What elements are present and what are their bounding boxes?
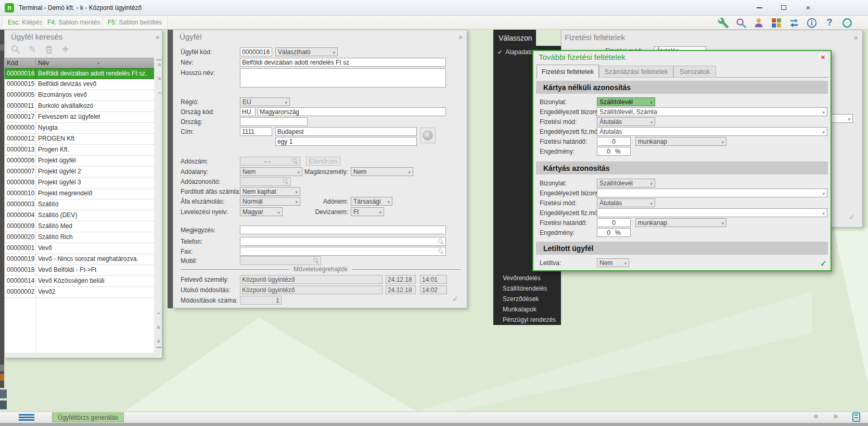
next-record-icon[interactable]: › — [155, 309, 163, 317]
close-icon[interactable] — [818, 52, 828, 61]
long-name-textarea[interactable] — [240, 68, 446, 87]
document-dropdown[interactable]: Szállítólevél — [597, 97, 655, 106]
table-row[interactable]: 00000009Szállító Med — [5, 221, 154, 232]
maximize-button[interactable] — [774, 0, 794, 15]
tab-series[interactable]: Sorozatok — [673, 66, 716, 78]
map-globe-button[interactable] — [420, 128, 436, 143]
menu-item[interactable]: Pénzügyi rendezés — [493, 315, 561, 325]
table-row[interactable]: 00000005Bizományos vevő — [5, 90, 154, 101]
tab-billing-terms[interactable]: Számlázási feltételek — [599, 66, 673, 78]
user-icon[interactable] — [752, 17, 765, 29]
allowed-modes-dropdown[interactable] — [597, 208, 827, 217]
table-row[interactable]: 00000015Belföldi devizás vevő — [5, 79, 154, 90]
panel-drag-handle[interactable] — [168, 30, 173, 308]
region-dropdown[interactable]: EU — [240, 97, 290, 106]
menu-item[interactable]: Vevőrendelés — [493, 273, 561, 283]
double-chevron-left-icon[interactable]: « — [813, 411, 818, 421]
name-input[interactable]: Belföldi devizában adott rendelés Ft sz — [240, 58, 446, 67]
reverse-vat-dropdown[interactable]: Nem kaphat — [240, 187, 300, 196]
deadline-input[interactable]: 0 — [597, 218, 631, 227]
close-icon[interactable] — [852, 33, 860, 42]
document-list-icon[interactable] — [852, 412, 860, 422]
close-icon[interactable] — [154, 33, 162, 41]
tax-type-dropdown[interactable]: Társasági — [351, 197, 392, 206]
deadline-unit-dropdown[interactable]: munkanap — [635, 218, 726, 227]
country-input[interactable] — [240, 117, 308, 126]
discount-input[interactable]: 0% — [597, 147, 631, 156]
tax-id-input[interactable] — [240, 177, 291, 186]
discount-input[interactable]: 0% — [597, 228, 631, 237]
generate-customer-base-button[interactable]: Ügyféltörzs generálás — [52, 412, 124, 422]
table-row[interactable]: 00000004Szállító (DEV) — [5, 210, 154, 221]
transfer-arrows-icon[interactable] — [788, 17, 800, 29]
table-row[interactable]: 00000013Progen Kft. — [5, 145, 154, 156]
allowed-documents-dropdown[interactable] — [597, 189, 827, 197]
menu-item[interactable]: Szerződések — [493, 294, 561, 304]
vat-account-dropdown[interactable]: Normál — [240, 197, 300, 206]
delete-icon[interactable] — [43, 44, 55, 55]
apps-grid-icon[interactable] — [770, 17, 783, 29]
tab-payment-terms[interactable]: Fizetési feltételek — [537, 65, 599, 78]
menu-item[interactable]: Munkalapok — [493, 304, 561, 315]
table-row[interactable]: 00000001Vevő — [5, 243, 154, 254]
table-row[interactable]: 00000002Vevő2 — [5, 287, 154, 298]
table-row[interactable]: 00000012PROGEN Kft — [5, 134, 154, 145]
search-icon[interactable] — [10, 44, 21, 55]
table-row[interactable]: 00000019Vevő - Nincs sorozat meghatározv… — [5, 254, 154, 265]
deadline-unit-dropdown[interactable]: munkanap — [635, 137, 726, 146]
mail-language-dropdown[interactable]: Magyar — [240, 207, 283, 216]
mobile-input[interactable] — [240, 256, 321, 265]
table-row[interactable]: 00000008Projekt ügyfél 3 — [5, 178, 154, 189]
confirm-icon[interactable] — [452, 295, 458, 303]
table-row[interactable]: 00000020Szállító Rich — [5, 232, 154, 243]
help-icon[interactable]: ? — [823, 17, 836, 29]
fax-input[interactable] — [240, 247, 446, 256]
shortcut-load-template[interactable]: F5:Sablon betöltés — [102, 16, 168, 29]
table-header[interactable]: Kód Név — [5, 58, 154, 68]
menu-icon[interactable] — [19, 414, 34, 421]
table-row[interactable]: 00000018Vevő Belföldi - Ft->Ft — [5, 265, 154, 276]
shortcut-save-template[interactable]: F4:Sablon mentés — [42, 16, 106, 29]
table-row[interactable]: 00000016Belföldi devizában adott rendelé… — [5, 68, 154, 79]
info-icon[interactable] — [806, 17, 818, 29]
close-icon[interactable] — [456, 33, 465, 41]
edit-icon[interactable]: ✎ — [27, 44, 38, 55]
column-header-name[interactable]: Név — [36, 58, 154, 68]
wrench-icon[interactable] — [717, 17, 730, 29]
close-button[interactable]: × — [798, 0, 818, 15]
country-name-input[interactable]: Magyarország — [258, 107, 446, 116]
add-icon[interactable]: + — [60, 44, 71, 55]
menu-item[interactable]: Szállítórendelés — [493, 283, 561, 294]
nav-menu-header[interactable]: Válasszon — [493, 30, 536, 46]
table-row[interactable]: 00000014Vevő Közösségen belüli — [5, 276, 154, 287]
search-icon[interactable] — [735, 17, 747, 29]
payment-mode-dropdown[interactable]: Átutalás — [597, 117, 655, 126]
payment-mode-dropdown[interactable]: Átutalás — [597, 198, 655, 207]
prev-record-icon[interactable]: › — [155, 89, 163, 97]
circle-icon[interactable] — [841, 17, 853, 29]
deadline-input[interactable]: 0 — [597, 137, 631, 146]
currency-dropdown[interactable]: Ft — [351, 207, 384, 216]
first-record-icon[interactable]: » — [155, 61, 163, 69]
confirm-icon[interactable] — [849, 213, 855, 221]
tax-number-input[interactable]: - - — [240, 157, 300, 166]
tax-subject-dropdown[interactable]: Nem — [240, 167, 302, 176]
customer-code-input[interactable]: 00000016 — [240, 47, 272, 56]
table-row[interactable]: 00000000Nyugta — [5, 123, 154, 134]
street-input[interactable]: egy 1 — [275, 137, 417, 146]
blocked-dropdown[interactable]: Nem — [597, 258, 629, 267]
table-row[interactable]: 00000003Szállító — [5, 199, 154, 210]
allowed-documents-dropdown[interactable]: Szállítólevél, Számla — [597, 107, 827, 116]
minimize-button[interactable] — [749, 0, 769, 15]
table-row[interactable]: 00000007Projekt ügyfél 2 — [5, 167, 154, 178]
table-row[interactable]: 00000006Projekt ügyfél — [5, 156, 154, 167]
document-dropdown[interactable]: Szállítólevél — [597, 179, 655, 187]
phone-input[interactable] — [240, 237, 446, 246]
table-row[interactable]: 00000010Projekt megrendelő — [5, 189, 154, 199]
column-header-code[interactable]: Kód — [5, 58, 36, 68]
table-row[interactable]: 00000017Felveszem az ügyfelet — [5, 112, 154, 123]
page-down-icon[interactable]: » — [155, 323, 163, 331]
zip-input[interactable]: 1111 — [240, 127, 272, 136]
city-input[interactable]: Budapest — [275, 127, 417, 136]
page-up-icon[interactable]: » — [155, 75, 163, 83]
